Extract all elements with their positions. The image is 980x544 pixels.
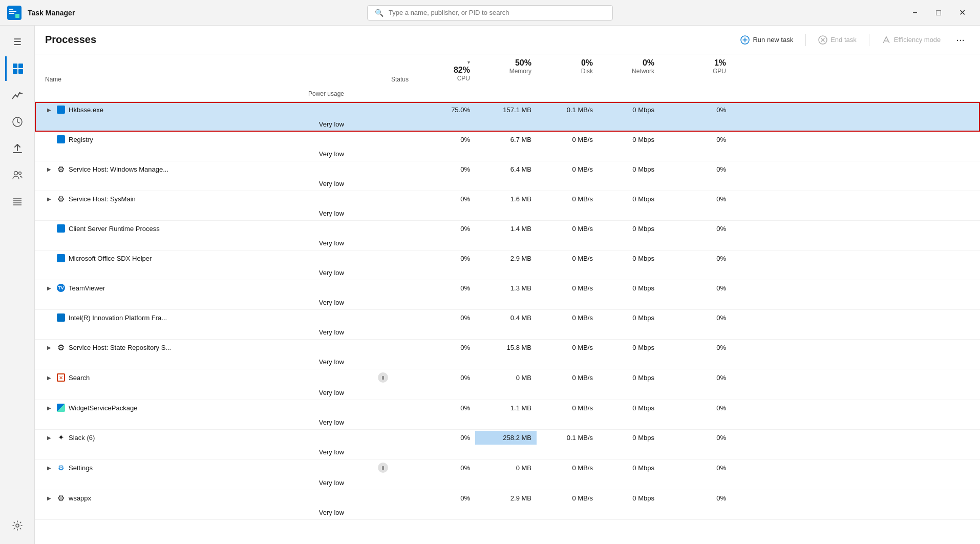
table-row[interactable]: ▶ Registry 0% 6.7 MB 0 MB/s 0 Mbps 0% Ve… xyxy=(35,132,980,161)
end-task-button[interactable]: End task xyxy=(812,32,863,48)
table-row[interactable]: ▶ TV TeamViewer 0% 1.3 MB 0 MB/s 0 Mbps … xyxy=(35,280,980,310)
process-icon: ✕ xyxy=(56,373,66,382)
disk-cell: 0.1 MB/s xyxy=(537,431,598,445)
table-row[interactable]: ▶ Hkbsse.exe 75.0% 157.1 MB 0.1 MB/s 0 M… xyxy=(35,102,980,132)
gpu-cell: 0% xyxy=(659,133,731,147)
power-cell: Very low xyxy=(35,355,352,369)
minimize-button[interactable]: − xyxy=(903,5,927,21)
window-controls: − □ ✕ xyxy=(903,5,974,21)
expand-button[interactable]: ▶ xyxy=(45,284,53,292)
process-name: Service Host: SysMain xyxy=(69,195,136,203)
gpu-cell: 0% xyxy=(659,491,731,505)
titlebar: Task Manager 🔍 − □ ✕ xyxy=(0,0,980,26)
process-name: Settings xyxy=(69,464,93,472)
expand-button[interactable]: ▶ xyxy=(45,343,53,351)
memory-cell: 2.9 MB xyxy=(475,252,537,265)
table-row[interactable]: ▶ WidgetServicePackage 0% 1.1 MB 0 MB/s … xyxy=(35,400,980,430)
expand-button[interactable]: ▶ xyxy=(45,106,53,114)
gpu-cell: 0% xyxy=(659,401,731,415)
process-name: TeamViewer xyxy=(69,284,105,292)
sidebar-item-details[interactable] xyxy=(5,190,30,214)
process-name-cell: ▶ Client Server Runtime Process xyxy=(35,221,352,236)
disk-cell: 0 MB/s xyxy=(537,341,598,354)
col-header-name[interactable]: Name xyxy=(35,54,352,86)
status-cell xyxy=(352,285,414,291)
table-row[interactable]: ▶ ⚙ Service Host: SysMain 0% 1.6 MB 0 MB… xyxy=(35,191,980,221)
col-header-memory[interactable]: 50% Memory xyxy=(475,54,537,86)
network-cell: 0 Mbps xyxy=(598,252,659,265)
process-icon: ✦ xyxy=(56,433,66,442)
maximize-button[interactable]: □ xyxy=(927,5,950,21)
process-name: Search xyxy=(69,374,90,382)
col-header-power[interactable]: Power usage xyxy=(35,86,352,101)
toolbar-divider xyxy=(805,34,806,46)
status-cell xyxy=(352,136,414,142)
sidebar-item-menu[interactable]: ☰ xyxy=(5,30,30,54)
col-header-disk[interactable]: 0% Disk xyxy=(537,54,598,86)
cpu-cell: 75.0% xyxy=(414,103,475,117)
power-cell: Very low xyxy=(35,325,352,339)
col-header-network[interactable]: 0% Network xyxy=(598,54,659,86)
sidebar-item-history[interactable] xyxy=(5,110,30,134)
pause-icon: ⏸ xyxy=(378,463,388,473)
table-row[interactable]: ▶ Microsoft Office SDX Helper 0% 2.9 MB … xyxy=(35,250,980,280)
sidebar-item-performance[interactable] xyxy=(5,83,30,108)
network-cell: 0 Mbps xyxy=(598,431,659,445)
status-cell xyxy=(352,344,414,350)
cpu-cell: 0% xyxy=(414,461,475,475)
run-new-task-button[interactable]: Run new task xyxy=(734,32,799,48)
gpu-cell: 0% xyxy=(659,103,731,117)
process-name-cell: ▶ TV TeamViewer xyxy=(35,280,352,296)
expand-button[interactable]: ▶ xyxy=(45,195,53,203)
process-name-cell: ▶ Hkbsse.exe xyxy=(35,102,352,117)
expand-button[interactable]: ▶ xyxy=(45,404,53,412)
sidebar-item-processes[interactable] xyxy=(5,56,30,81)
expand-button[interactable]: ▶ xyxy=(45,373,53,382)
table-row[interactable]: ▶ ⚙ Service Host: Windows Manage... 0% 6… xyxy=(35,161,980,191)
status-cell xyxy=(352,315,414,321)
more-options-button[interactable]: ··· xyxy=(951,32,970,48)
process-icon: ⚙ xyxy=(56,493,66,503)
power-cell: Very low xyxy=(35,266,352,280)
close-button[interactable]: ✕ xyxy=(950,5,974,21)
cpu-cell: 0% xyxy=(414,341,475,354)
table-row[interactable]: ▶ Intel(R) Innovation Platform Fra... 0%… xyxy=(35,310,980,340)
search-input[interactable] xyxy=(389,9,605,16)
end-task-icon xyxy=(818,35,827,45)
process-name: Intel(R) Innovation Platform Fra... xyxy=(69,314,167,322)
search-bar[interactable]: 🔍 xyxy=(367,5,613,20)
col-header-gpu[interactable]: 1% GPU xyxy=(659,54,731,86)
gpu-cell: 0% xyxy=(659,311,731,325)
table-row[interactable]: ▶ ✕ Search ⏸ 0% 0 MB 0 MB/s 0 Mbps 0% Ve… xyxy=(35,369,980,400)
table-row[interactable]: ▶ ✦ Slack (6) 0% 258.2 MB 0.1 MB/s 0 Mbp… xyxy=(35,430,980,459)
network-cell: 0 Mbps xyxy=(598,461,659,475)
table-row[interactable]: ▶ ⚙ wsappx 0% 2.9 MB 0 MB/s 0 Mbps 0% Ve… xyxy=(35,490,980,520)
disk-cell: 0 MB/s xyxy=(537,371,598,385)
expand-button[interactable]: ▶ xyxy=(45,165,53,173)
process-name-cell: ▶ WidgetServicePackage xyxy=(35,400,352,415)
memory-cell: 0 MB xyxy=(475,461,537,475)
disk-cell: 0 MB/s xyxy=(537,222,598,236)
process-name-cell: ▶ Registry xyxy=(35,132,352,147)
expand-button[interactable]: ▶ xyxy=(45,464,53,472)
process-icon: TV xyxy=(56,283,66,292)
table-row[interactable]: ▶ ⚙ Service Host: State Repository S... … xyxy=(35,340,980,369)
col-header-status[interactable]: Status xyxy=(352,54,414,86)
process-icon xyxy=(56,224,66,233)
sidebar-item-settings[interactable] xyxy=(5,513,30,538)
table-row[interactable]: ▶ ⚙ Settings ⏸ 0% 0 MB 0 MB/s 0 Mbps 0% … xyxy=(35,459,980,490)
efficiency-mode-button[interactable]: Efficiency mode xyxy=(876,32,947,48)
network-cell: 0 Mbps xyxy=(598,222,659,236)
disk-cell: 0 MB/s xyxy=(537,192,598,206)
sidebar-item-startup[interactable] xyxy=(5,136,30,161)
pause-icon: ⏸ xyxy=(378,372,388,383)
expand-button[interactable]: ▶ xyxy=(45,433,53,442)
expand-button[interactable]: ▶ xyxy=(45,494,53,502)
table-row[interactable]: ▶ Client Server Runtime Process 0% 1.4 M… xyxy=(35,221,980,250)
sidebar-item-users[interactable] xyxy=(5,163,30,187)
network-cell: 0 Mbps xyxy=(598,133,659,147)
status-cell xyxy=(352,255,414,261)
gpu-cell: 0% xyxy=(659,192,731,206)
disk-cell: 0 MB/s xyxy=(537,401,598,415)
col-header-cpu[interactable]: ▾ 82% CPU xyxy=(414,54,475,86)
